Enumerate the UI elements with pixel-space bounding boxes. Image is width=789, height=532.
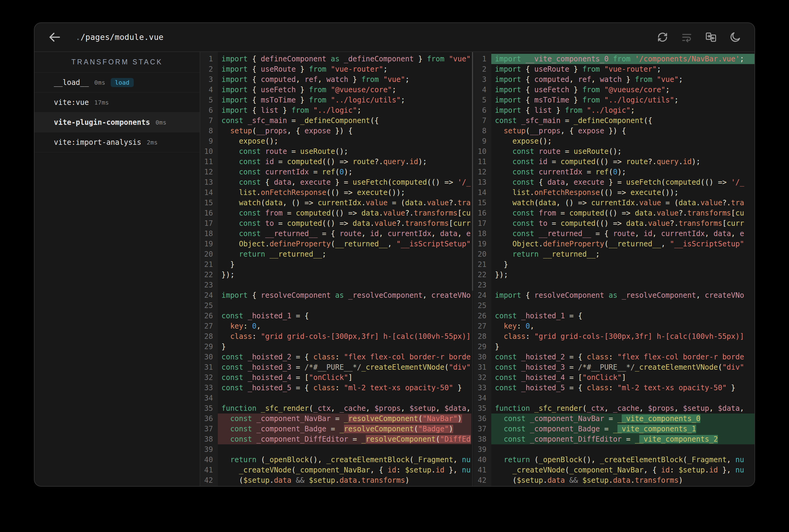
code-text: import { useFetch } from "@vueuse/core"; [491, 84, 754, 95]
line-number: 5 [474, 95, 491, 105]
code-text [491, 301, 754, 311]
code-text: return __returned__; [491, 249, 754, 259]
line-number: 5 [200, 95, 218, 105]
code-text: import __vite_components_0 from '/compon… [491, 54, 754, 64]
line-number: 23 [200, 280, 218, 290]
code-text: import { list } from "../logic"; [218, 105, 471, 115]
code-text: return __returned__; [218, 249, 471, 259]
sidebar-item-vite-vue[interactable]: vite:vue 17ms [35, 93, 200, 112]
back-button[interactable] [48, 31, 61, 44]
code-line: 22}); [474, 270, 754, 280]
line-number: 4 [200, 84, 218, 95]
line-number: 34 [200, 393, 218, 403]
code-line: 6import { list } from "../logic"; [200, 105, 471, 115]
inspector-window: ./pages/module.vue [34, 22, 755, 487]
diff-editor: 1import { defineComponent as _defineComp… [200, 52, 754, 486]
line-number: 13 [474, 177, 491, 187]
scrollbar-thumb[interactable] [472, 52, 473, 291]
code-text: import { useFetch } from "@vueuse/core"; [218, 84, 471, 95]
code-line: 32const _hoisted_4 = ["onClick"] [474, 373, 754, 383]
code-text: const route = useRoute(); [218, 146, 471, 156]
code-line: 13 const { data, execute } = useFetch(co… [474, 177, 754, 187]
code-line: 1import { defineComponent as _defineComp… [200, 54, 471, 64]
code-text: list.onFetchResponse(() => execute()); [491, 187, 754, 198]
line-number: 20 [474, 249, 491, 259]
code-line: 15 watch(data, () => currentIdx.value = … [200, 198, 471, 208]
code-line: 40 return (_openBlock(), _createElementB… [474, 455, 754, 465]
sidebar-item-vite-plugin-components[interactable]: vite-plugin-components 0ms [35, 112, 200, 132]
line-number: 27 [474, 321, 491, 331]
code-line: 1import __vite_components_0 from '/compo… [474, 54, 754, 64]
code-text: const _hoisted_1 = { [218, 311, 471, 321]
code-text: const _hoisted_3 = /*#__PURE__*/_createE… [491, 362, 754, 373]
code-line: 35function _sfc_render(_ctx, _cache, $pr… [474, 403, 754, 414]
code-text: return (_openBlock(), _createElementBloc… [218, 455, 471, 465]
code-text: import { computed, ref, watch } from "vu… [218, 74, 471, 84]
line-number: 33 [200, 383, 218, 393]
line-number: 12 [200, 167, 218, 177]
code-line: 10 const route = useRoute(); [474, 146, 754, 156]
diff-pane-transformed: 1import __vite_components_0 from '/compo… [474, 52, 754, 486]
arrow-left-icon [48, 31, 61, 44]
refresh-button[interactable] [657, 31, 668, 43]
line-number: 35 [200, 403, 218, 414]
sidebar-item-vite-import-analysis[interactable]: vite:import-analysis 2ms [35, 132, 200, 152]
code-text: import { useRoute } from "vue-router"; [218, 64, 471, 74]
code-line: 37 const _component_Badge = __vite_compo… [474, 424, 754, 434]
line-number: 40 [474, 455, 491, 465]
code-line: 2import { useRoute } from "vue-router"; [474, 64, 754, 74]
main-content: TRANSFORM STACK __load__ 0ms load vite:v… [35, 52, 754, 486]
code-line: 13 const { data, execute } = useFetch(co… [200, 177, 471, 187]
refresh-icon [657, 31, 668, 43]
sidebar-item-load[interactable]: __load__ 0ms load [35, 73, 200, 93]
line-number: 31 [474, 362, 491, 373]
code-line: 22}); [200, 270, 471, 280]
dark-mode-toggle[interactable] [729, 31, 741, 43]
code-text: const from = computed(() => data.value?.… [218, 208, 471, 218]
word-wrap-button[interactable] [681, 31, 693, 43]
code-text [218, 444, 471, 455]
code-line: 3import { computed, ref, watch } from "v… [474, 74, 754, 84]
code-line: 40 return (_openBlock(), _createElementB… [200, 455, 471, 465]
code-text: list.onFetchResponse(() => execute()); [218, 187, 471, 198]
code-line: 26const _hoisted_1 = { [474, 311, 754, 321]
line-number: 22 [200, 270, 218, 280]
code-text: import { list } from "../logic"; [491, 105, 754, 115]
code-line: 42 ($setup.data && $setup.data.transform… [474, 475, 754, 486]
plugin-time: 17ms [94, 99, 109, 106]
code-text: const _sfc_main = _defineComponent({ [491, 115, 754, 126]
split-view-icon [705, 31, 717, 43]
code-line: 16 const from = computed(() => data.valu… [200, 208, 471, 218]
code-text [491, 393, 754, 403]
code-line: 8 setup(__props, { expose }) { [200, 126, 471, 136]
line-number: 40 [200, 455, 218, 465]
line-number: 9 [474, 136, 491, 146]
code-line: 17 const to = computed(() => data.value?… [474, 218, 754, 229]
line-number: 39 [474, 444, 491, 455]
split-view-button[interactable] [705, 31, 717, 43]
code-line: 35function _sfc_render(_ctx, _cache, $pr… [200, 403, 471, 414]
line-number: 26 [474, 311, 491, 321]
code-line: 14 list.onFetchResponse(() => execute())… [200, 187, 471, 198]
code-text: import { defineComponent as _defineCompo… [218, 54, 471, 64]
code-line: 23 [474, 280, 754, 290]
code-text: const _component_DiffEditor = __vite_com… [491, 434, 754, 444]
code-line: 36 const _component_NavBar = _resolveCom… [200, 414, 471, 424]
line-number: 14 [200, 187, 218, 198]
code-line: 30const _hoisted_2 = { class: "flex flex… [474, 352, 754, 362]
code-line: 24import { resolveComponent as _resolveC… [474, 290, 754, 301]
line-number: 17 [474, 218, 491, 229]
code-line: 7const _sfc_main = _defineComponent({ [474, 115, 754, 126]
code-line: 37 const _component_Badge = _resolveComp… [200, 424, 471, 434]
line-number: 30 [200, 352, 218, 362]
plugin-name: vite:vue [54, 98, 89, 107]
line-number: 13 [200, 177, 218, 187]
line-number: 28 [200, 331, 218, 342]
line-number: 27 [200, 321, 218, 331]
code-text: const _hoisted_5 = { class: "ml-2 text-x… [218, 383, 471, 393]
code-text: const _hoisted_2 = { class: "flex flex-c… [491, 352, 754, 362]
code-line: 29} [200, 342, 471, 352]
code-text: const from = computed(() => data.value?.… [491, 208, 754, 218]
code-line: 16 const from = computed(() => data.valu… [474, 208, 754, 218]
line-number: 21 [200, 259, 218, 270]
